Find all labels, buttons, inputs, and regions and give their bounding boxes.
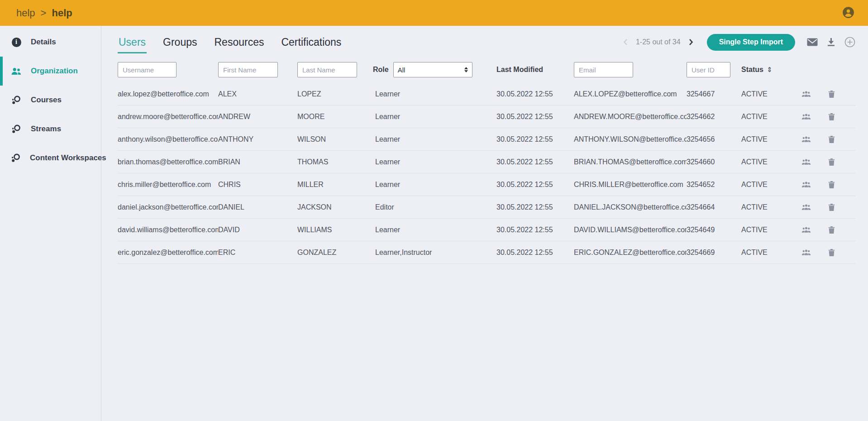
username-filter-input[interactable]	[118, 62, 176, 77]
cell-last-name: GONZALEZ	[297, 249, 375, 257]
role-select[interactable]: All	[393, 62, 472, 77]
cell-status: ACTIVE	[741, 249, 801, 257]
user-id-filter-input[interactable]	[687, 62, 730, 77]
cell-last-name: WILSON	[297, 135, 375, 144]
cell-first-name: BRIAN	[218, 158, 297, 166]
chevron-left-icon[interactable]	[622, 38, 629, 47]
sidebar-item-streams[interactable]: Streams	[0, 115, 101, 144]
cell-status: ACTIVE	[741, 203, 801, 211]
breadcrumb-separator: >	[41, 7, 47, 19]
cell-status: ACTIVE	[741, 90, 801, 98]
cell-role: Learner	[375, 158, 496, 166]
table-row: eric.gonzalez@betteroffice.com ERIC GONZ…	[118, 241, 855, 264]
cell-role: Learner	[375, 135, 496, 144]
users-group-icon[interactable]	[801, 204, 811, 211]
breadcrumb-current: help	[52, 7, 72, 19]
cell-username: eric.gonzalez@betteroffice.com	[118, 249, 218, 257]
cell-last-name: JACKSON	[297, 203, 375, 211]
chevron-right-icon[interactable]	[688, 38, 694, 47]
sidebar-item-label: Details	[31, 38, 56, 47]
trash-icon[interactable]	[828, 181, 835, 189]
cell-status: ACTIVE	[741, 158, 801, 166]
tab-groups[interactable]: Groups	[162, 36, 198, 48]
cell-first-name: DAVID	[218, 226, 297, 234]
cell-last-modified: 30.05.2022 12:55	[496, 226, 574, 234]
content-area: i Details Organization	[0, 26, 868, 421]
sidebar-item-details[interactable]: i Details	[0, 28, 101, 57]
table-row: alex.lopez@betteroffice.com ALEX LOPEZ L…	[118, 83, 855, 105]
user-menu-button[interactable]	[842, 6, 854, 20]
trash-icon[interactable]	[828, 249, 835, 257]
cell-username: andrew.moore@betteroffice.com	[118, 113, 218, 121]
pagination-range: 1-25 out of 34	[636, 38, 681, 46]
tab-users[interactable]: Users	[118, 36, 147, 48]
last-name-filter-input[interactable]	[297, 62, 357, 77]
cell-email: ANDREW.MOORE@betteroffice.com	[574, 113, 687, 121]
cell-status: ACTIVE	[741, 181, 801, 189]
cell-first-name: ANTHONY	[218, 135, 297, 144]
users-group-icon[interactable]	[801, 249, 811, 256]
users-group-icon[interactable]	[801, 181, 811, 188]
cell-last-modified: 30.05.2022 12:55	[496, 158, 574, 166]
users-group-icon[interactable]	[801, 136, 811, 143]
table-row: andrew.moore@betteroffice.com ANDREW MOO…	[118, 105, 855, 128]
sidebar-item-courses[interactable]: Courses	[0, 86, 101, 115]
cell-username: brian.thomas@betteroffice.com	[118, 158, 218, 166]
tab-certifications[interactable]: Certifications	[280, 36, 342, 48]
status-sort-header[interactable]: Status ⇕	[741, 66, 801, 74]
users-group-icon[interactable]	[801, 226, 811, 234]
cell-last-modified: 30.05.2022 12:55	[496, 113, 574, 121]
cell-email: ANTHONY.WILSON@betteroffice.com	[574, 135, 687, 144]
trash-icon[interactable]	[828, 113, 835, 121]
cell-user-id: 3254652	[687, 181, 741, 189]
plus-circle-icon[interactable]	[844, 37, 855, 48]
single-step-import-button[interactable]: Single Step Import	[707, 34, 795, 51]
header-actions: 1-25 out of 34 Single Step Import	[622, 34, 855, 51]
status-label: Status	[741, 66, 763, 74]
table-row: david.williams@betteroffice.com DAVID WI…	[118, 219, 855, 241]
trash-icon[interactable]	[828, 135, 835, 144]
people-icon	[11, 67, 22, 75]
select-arrows-icon	[464, 67, 468, 72]
users-group-icon[interactable]	[801, 113, 811, 120]
cell-email: BRIAN.THOMAS@betteroffice.com	[574, 158, 687, 166]
cell-role: Learner	[375, 90, 496, 98]
main-header: Users Groups Resources Certifications 1-…	[118, 30, 855, 54]
nodes-icon	[11, 95, 22, 105]
tab-resources[interactable]: Resources	[214, 36, 265, 48]
cell-last-name: THOMAS	[297, 158, 375, 166]
table-row: brian.thomas@betteroffice.com BRIAN THOM…	[118, 151, 855, 173]
download-icon[interactable]	[827, 38, 835, 47]
sidebar-item-organization[interactable]: Organization	[0, 57, 101, 86]
sidebar-item-label: Organization	[31, 67, 78, 76]
cell-user-id: 3254669	[687, 249, 741, 257]
cell-username: alex.lopez@betteroffice.com	[118, 90, 218, 98]
users-group-icon[interactable]	[801, 158, 811, 166]
envelope-icon[interactable]	[807, 38, 818, 46]
trash-icon[interactable]	[828, 90, 835, 98]
sidebar-item-content-workspaces[interactable]: Content Workspaces	[0, 144, 101, 172]
email-filter-input[interactable]	[574, 62, 633, 77]
breadcrumb-parent[interactable]: help	[16, 7, 35, 19]
filter-row: Role All Last Modified Status ⇕	[118, 62, 855, 77]
active-indicator	[0, 57, 3, 86]
toolbar-icons	[807, 37, 855, 48]
first-name-filter-input[interactable]	[218, 62, 278, 77]
cell-user-id: 3254662	[687, 113, 741, 121]
users-group-icon[interactable]	[801, 91, 811, 98]
cell-first-name: ALEX	[218, 90, 297, 98]
trash-icon[interactable]	[828, 203, 835, 211]
cell-status: ACTIVE	[741, 226, 801, 234]
role-select-value: All	[398, 66, 405, 74]
trash-icon[interactable]	[828, 226, 835, 234]
cell-email: DAVID.WILLIAMS@betteroffice.com	[574, 226, 687, 234]
cell-last-modified: 30.05.2022 12:55	[496, 135, 574, 144]
cell-last-modified: 30.05.2022 12:55	[496, 249, 574, 257]
cell-first-name: DANIEL	[218, 203, 297, 211]
main-panel: Users Groups Resources Certifications 1-…	[101, 26, 868, 421]
user-table-body: alex.lopez@betteroffice.com ALEX LOPEZ L…	[118, 83, 855, 264]
cell-user-id: 3254667	[687, 90, 741, 98]
sidebar-item-label: Content Workspaces	[30, 153, 106, 163]
cell-last-name: MILLER	[297, 181, 375, 189]
trash-icon[interactable]	[828, 158, 835, 166]
